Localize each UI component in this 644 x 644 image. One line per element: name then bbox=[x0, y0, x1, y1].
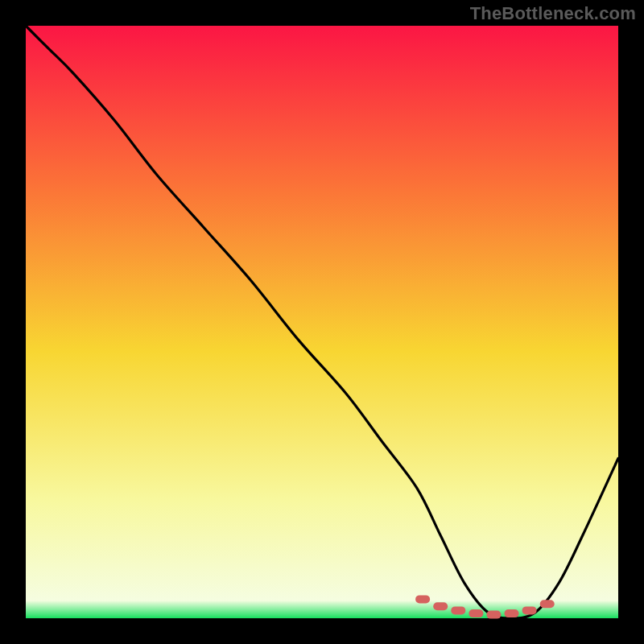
optimal-range-marker bbox=[451, 606, 465, 614]
optimal-range-marker bbox=[469, 609, 483, 617]
optimal-range-marker bbox=[433, 602, 448, 610]
optimal-range-marker bbox=[505, 609, 519, 617]
bottleneck-chart bbox=[0, 0, 644, 644]
optimal-range-marker bbox=[415, 595, 430, 603]
optimal-range-marker bbox=[522, 606, 537, 614]
gradient-panel bbox=[26, 26, 618, 618]
optimal-range-marker bbox=[540, 600, 555, 608]
chart-frame: TheBottleneck.com bbox=[0, 0, 644, 644]
optimal-range-marker bbox=[486, 611, 501, 619]
watermark-text: TheBottleneck.com bbox=[470, 3, 636, 24]
